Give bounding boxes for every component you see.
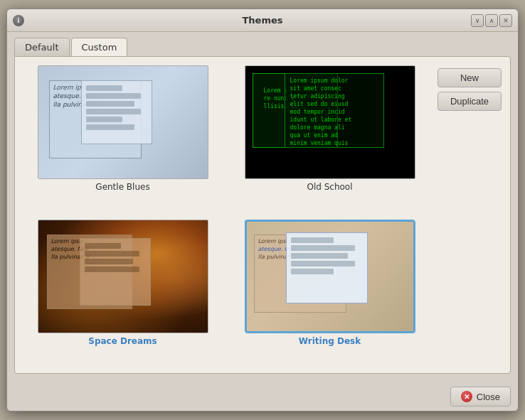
theme-preview-space-dreams: Lorem ipsu atesque. Null lla pulvinar. V [38,220,208,333]
sidebar-buttons: New Duplicate [438,65,502,365]
close-button[interactable]: ✕ Close [450,387,511,406]
info-icon[interactable]: ℹ [13,15,24,26]
tab-default[interactable]: Default [14,38,70,56]
theme-item-gentle-blues[interactable]: Lorem ipsu atesque. Null lla pulvinar. V [23,65,222,211]
tab-bar: Default Custom [14,38,511,56]
theme-preview-writing-desk: Lorem ipsu atesque. Null lla pulvinar. V [245,220,415,333]
close-window-button[interactable]: ✕ [499,14,512,27]
theme-label-gentle-blues: Gentle Blues [95,182,149,192]
footer: ✕ Close [7,381,518,411]
themes-grid: Lorem ipsu atesque. Null lla pulvinar. V [23,65,429,365]
titlebar: ℹ Themes ∨ ∧ ✕ [7,9,518,32]
duplicate-button[interactable]: Duplicate [438,92,502,111]
theme-label-writing-desk: Writing Desk [299,336,361,346]
theme-item-old-school[interactable]: Lorem i re nunc s llisis. Cl Lorem ipsum… [230,65,429,211]
theme-label-old-school: Old School [307,182,352,192]
themes-window: ℹ Themes ∨ ∧ ✕ Default Custom [6,9,519,411]
close-icon: ✕ [461,391,472,402]
content-area: Default Custom Lorem ipsu atesque. Null … [7,32,518,381]
maximize-button[interactable]: ∧ [485,14,498,27]
theme-item-space-dreams[interactable]: Lorem ipsu atesque. Null lla pulvinar. V [23,220,222,365]
tab-custom[interactable]: Custom [71,38,128,56]
titlebar-right-buttons: ∨ ∧ ✕ [471,14,512,27]
theme-item-writing-desk[interactable]: Lorem ipsu atesque. Null lla pulvinar. V [230,220,429,365]
main-panel: Lorem ipsu atesque. Null lla pulvinar. V [14,56,511,374]
new-button[interactable]: New [438,68,502,87]
window-title: Themes [242,15,282,26]
theme-preview-old-school: Lorem i re nunc s llisis. Cl Lorem ipsum… [245,65,415,179]
theme-preview-gentle-blues: Lorem ipsu atesque. Null lla pulvinar. V [38,65,208,179]
titlebar-left-buttons: ℹ [13,15,24,26]
minimize-button[interactable]: ∨ [471,14,484,27]
theme-label-space-dreams: Space Dreams [88,336,157,346]
